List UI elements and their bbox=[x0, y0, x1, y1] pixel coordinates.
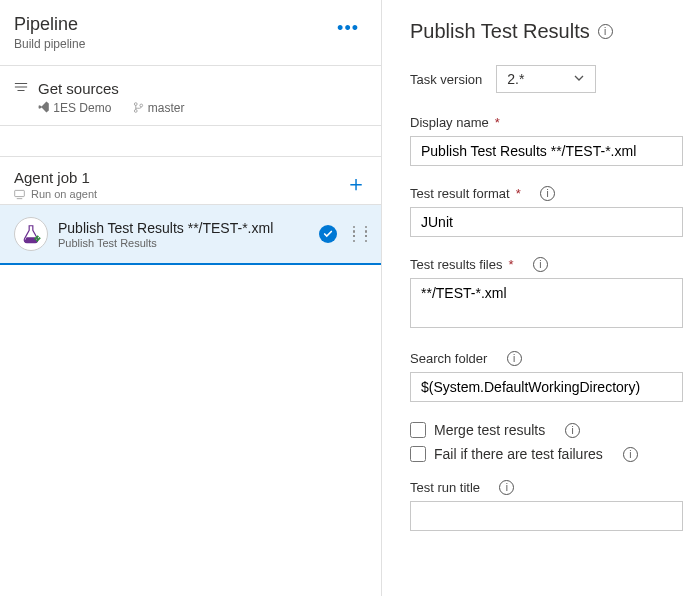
pipeline-subtitle: Build pipeline bbox=[14, 37, 85, 51]
svg-point-0 bbox=[135, 103, 138, 106]
chevron-down-icon bbox=[573, 71, 585, 87]
task-name: Publish Test Results **/TEST-*.xml bbox=[58, 220, 309, 236]
merge-results-checkbox[interactable] bbox=[410, 422, 426, 438]
more-actions-button[interactable]: ••• bbox=[329, 14, 367, 43]
svg-point-1 bbox=[135, 110, 138, 113]
info-icon[interactable]: i bbox=[598, 24, 613, 39]
agent-icon bbox=[14, 189, 25, 200]
add-task-button[interactable]: ＋ bbox=[345, 169, 367, 199]
task-status-check-icon bbox=[319, 225, 337, 243]
get-sources-heading: Get sources bbox=[38, 80, 119, 97]
display-name-label: Display name bbox=[410, 115, 489, 130]
task-row-publish-test-results[interactable]: Publish Test Results **/TEST-*.xml Publi… bbox=[0, 205, 381, 265]
search-folder-label: Search folder bbox=[410, 351, 487, 366]
results-files-label: Test results files bbox=[410, 257, 502, 272]
merge-results-label: Merge test results bbox=[434, 422, 545, 438]
fail-on-failures-label: Fail if there are test failures bbox=[434, 446, 603, 462]
info-icon[interactable]: i bbox=[507, 351, 522, 366]
display-name-input[interactable] bbox=[410, 136, 683, 166]
task-version-select[interactable]: 2.* bbox=[496, 65, 596, 93]
task-details-pane: Publish Test Results i Task version 2.* … bbox=[382, 0, 699, 596]
search-folder-input[interactable] bbox=[410, 372, 683, 402]
panel-title: Publish Test Results bbox=[410, 20, 590, 43]
repo-name: 1ES Demo bbox=[53, 101, 111, 115]
svg-rect-3 bbox=[15, 190, 25, 196]
info-icon[interactable]: i bbox=[540, 186, 555, 201]
info-icon[interactable]: i bbox=[623, 447, 638, 462]
flask-icon bbox=[20, 223, 42, 245]
agent-job-header[interactable]: Agent job 1 Run on agent ＋ bbox=[0, 156, 381, 205]
pipeline-pane: Pipeline Build pipeline ••• Get sources … bbox=[0, 0, 382, 596]
agent-job-section: Agent job 1 Run on agent ＋ bbox=[0, 156, 381, 265]
branch-item: master bbox=[133, 101, 184, 115]
branch-name: master bbox=[148, 101, 185, 115]
agent-job-name: Agent job 1 bbox=[14, 169, 97, 186]
agent-job-subtitle: Run on agent bbox=[31, 188, 97, 200]
svg-point-2 bbox=[140, 104, 143, 107]
repo-item: 1ES Demo bbox=[38, 101, 111, 115]
info-icon[interactable]: i bbox=[499, 480, 514, 495]
task-version-value: 2.* bbox=[507, 71, 524, 87]
info-icon[interactable]: i bbox=[533, 257, 548, 272]
info-icon[interactable]: i bbox=[565, 423, 580, 438]
results-files-input[interactable]: **/TEST-*.xml bbox=[410, 278, 683, 328]
result-format-label: Test result format bbox=[410, 186, 510, 201]
required-marker: * bbox=[508, 257, 513, 272]
pipeline-title: Pipeline bbox=[14, 14, 85, 35]
task-type: Publish Test Results bbox=[58, 237, 309, 249]
pipeline-header: Pipeline Build pipeline ••• bbox=[0, 0, 381, 66]
required-marker: * bbox=[516, 186, 521, 201]
run-title-input[interactable] bbox=[410, 501, 683, 531]
required-marker: * bbox=[495, 115, 500, 130]
vs-icon bbox=[38, 101, 50, 113]
drag-handle-icon[interactable]: ⋮⋮⋮⋮ bbox=[347, 229, 371, 239]
run-title-label: Test run title bbox=[410, 480, 480, 495]
get-sources-section[interactable]: Get sources 1ES Demo master bbox=[0, 66, 381, 126]
task-icon bbox=[14, 217, 48, 251]
result-format-input[interactable] bbox=[410, 207, 683, 237]
fail-on-failures-checkbox[interactable] bbox=[410, 446, 426, 462]
branch-icon bbox=[133, 102, 144, 113]
task-version-label: Task version bbox=[410, 72, 482, 87]
get-sources-icon bbox=[14, 80, 28, 97]
